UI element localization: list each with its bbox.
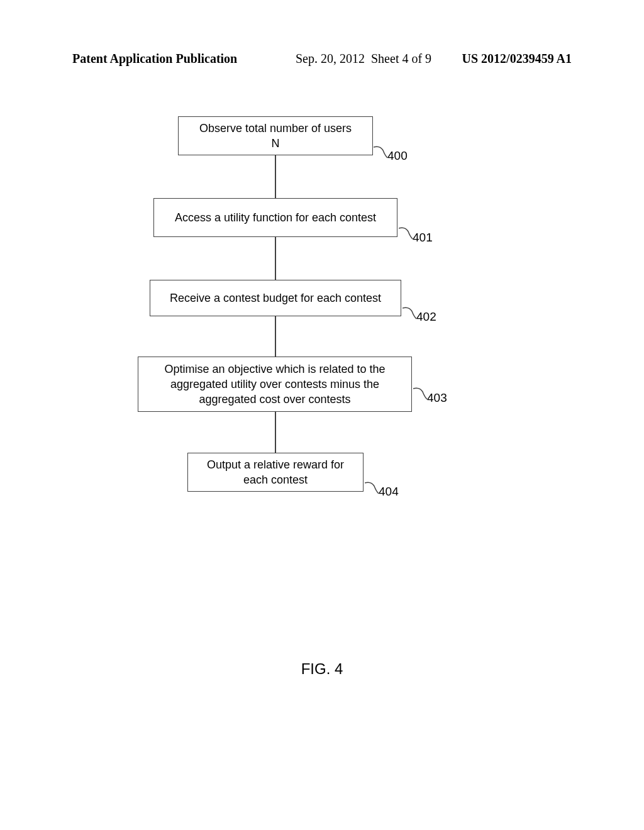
flow-box-400: Observe total number of users N [178,116,373,155]
flow-box-403: Optimise an objective which is related t… [138,357,412,412]
flow-box-401: Access a utility function for each conte… [153,198,397,237]
flow-connector [275,412,276,453]
flow-box-402: Receive a contest budget for each contes… [150,280,401,316]
ref-label-404: 404 [379,485,399,499]
flow-box-404: Output a relative reward for each contes… [187,453,364,492]
header-left: Patent Application Publication [72,52,237,66]
ref-label-400: 400 [387,149,408,163]
flow-connector [275,155,276,198]
header-date: Sep. 20, 2012 Sheet 4 of 9 [296,52,431,66]
flow-box-text: Access a utility function for each conte… [175,210,376,225]
header-sheet: Sheet 4 of 9 [371,52,431,65]
header-right: US 2012/0239459 A1 [462,52,572,66]
flow-box-text: Observe total number of users N [199,121,352,152]
flow-connector [275,316,276,357]
ref-label-403: 403 [427,391,447,405]
ref-label-402: 402 [416,310,436,324]
flow-box-text: Optimise an objective which is related t… [164,362,385,407]
flow-box-text: Output a relative reward for each contes… [207,457,344,488]
ref-label-401: 401 [413,231,433,245]
flow-box-text: Receive a contest budget for each contes… [170,290,381,306]
flow-connector [275,237,276,280]
header-date-text: Sep. 20, 2012 [296,52,365,65]
figure-label: FIG. 4 [0,660,644,678]
